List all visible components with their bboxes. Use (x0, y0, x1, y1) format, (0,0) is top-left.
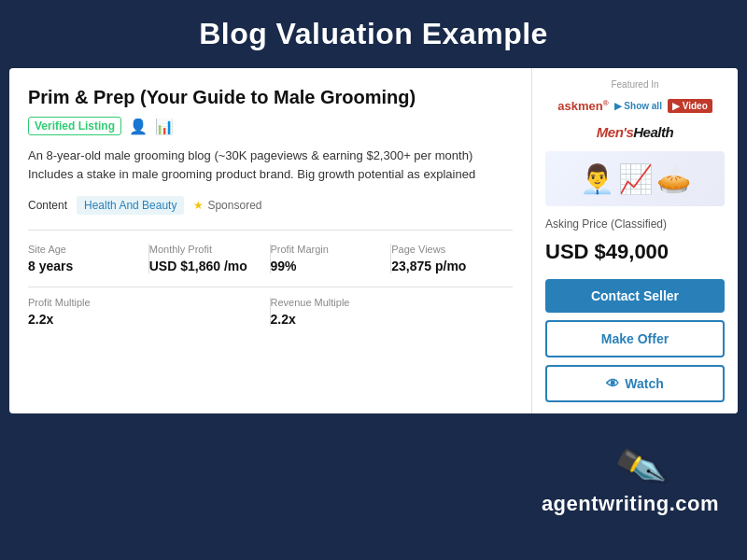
stat-monthly-profit-value: USD $1,860 /mo (149, 259, 261, 273)
mh-logo-row: Men'sHealth (545, 124, 725, 140)
stat-profit-margin: Profit Margin 99% (271, 244, 392, 273)
verified-badge: Verified Listing (28, 117, 121, 135)
chart-icon: 📊 (155, 118, 174, 135)
pen-icon: ✒️ (612, 439, 668, 493)
tag-sponsored: ★ Sponsored (193, 199, 261, 212)
media-logos: askmen® ▶ Show all ▶ Video (545, 99, 725, 113)
page-title: Blog Valuation Example (19, 17, 728, 51)
mens-health-logo: Men'sHealth (597, 124, 673, 140)
left-panel: Prim & Prep (Your Guide to Male Grooming… (9, 68, 532, 413)
star-icon: ★ (193, 199, 204, 212)
pie-preview-icon: 🥧 (656, 162, 691, 195)
tags-row: Content Health And Beauty ★ Sponsored (28, 196, 513, 215)
stat-monthly-profit: Monthly Profit USD $1,860 /mo (149, 244, 271, 273)
footer: ✒️ agentwriting.com (0, 413, 747, 535)
show-all-logo: ▶ Show all (614, 101, 662, 111)
stat-profit-multiple-value: 2.2x (28, 312, 261, 327)
listing-description: An 8-year-old male grooming blog (~30K p… (28, 147, 513, 183)
stat-revenue-multiple-label: Revenue Multiple (271, 297, 504, 308)
asking-price-label: Asking Price (Classified) (545, 217, 725, 231)
stat-monthly-profit-label: Monthly Profit (149, 244, 261, 255)
make-offer-button[interactable]: Make Offer (545, 320, 725, 357)
asking-price-value: USD $49,000 (545, 240, 725, 264)
tag-category: Health And Beauty (77, 196, 184, 215)
stat-page-views-value: 23,875 p/mo (391, 259, 503, 273)
watch-button[interactable]: 👁 Watch (545, 365, 725, 402)
stat-profit-margin-value: 99% (271, 259, 382, 273)
stat-page-views: Page Views 23,875 p/mo (391, 244, 513, 273)
badges-row: Verified Listing 👤 📊 (28, 117, 513, 135)
right-panel: Featured In askmen® ▶ Show all ▶ Video M… (532, 68, 738, 413)
page-header: Blog Valuation Example (0, 0, 747, 68)
stat-site-age: Site Age 8 years (28, 244, 149, 273)
watch-label: Watch (625, 376, 663, 391)
stats-grid-bottom: Profit Multiple 2.2x Revenue Multiple 2.… (28, 297, 513, 327)
stat-site-age-value: 8 years (28, 259, 139, 273)
stats-grid-top: Site Age 8 years Monthly Profit USD $1,8… (28, 244, 513, 273)
graph-preview-icon: 📈 (618, 162, 653, 195)
stat-profit-margin-label: Profit Margin (271, 244, 382, 255)
listing-title: Prim & Prep (Your Guide to Male Grooming… (28, 85, 513, 109)
footer-domain: agentwriting.com (542, 492, 719, 516)
stat-revenue-multiple: Revenue Multiple 2.2x (271, 297, 514, 327)
preview-image-content: 👨‍💼 📈 🥧 (580, 162, 691, 195)
tag-content: Content (28, 199, 67, 212)
sponsored-label: Sponsored (207, 199, 261, 212)
listing-card: Prim & Prep (Your Guide to Male Grooming… (9, 68, 738, 413)
share-icon: 👤 (129, 118, 148, 135)
stat-revenue-multiple-value: 2.2x (271, 312, 504, 327)
listing-preview-image: 👨‍💼 📈 🥧 (545, 151, 725, 206)
chart-preview-icon: 👨‍💼 (580, 162, 614, 195)
stat-profit-multiple: Profit Multiple 2.2x (28, 297, 271, 327)
askmen-logo: askmen® (557, 99, 608, 113)
stat-page-views-label: Page Views (391, 244, 503, 255)
video-badge: ▶ Video (668, 99, 712, 113)
stats-divider (28, 230, 513, 231)
stat-site-age-label: Site Age (28, 244, 139, 255)
stat-profit-multiple-label: Profit Multiple (28, 297, 261, 308)
featured-by-label: Featured In (545, 79, 725, 90)
contact-seller-button[interactable]: Contact Seller (545, 279, 725, 313)
eye-icon: 👁 (606, 376, 619, 391)
stats-divider-2 (28, 287, 513, 287)
